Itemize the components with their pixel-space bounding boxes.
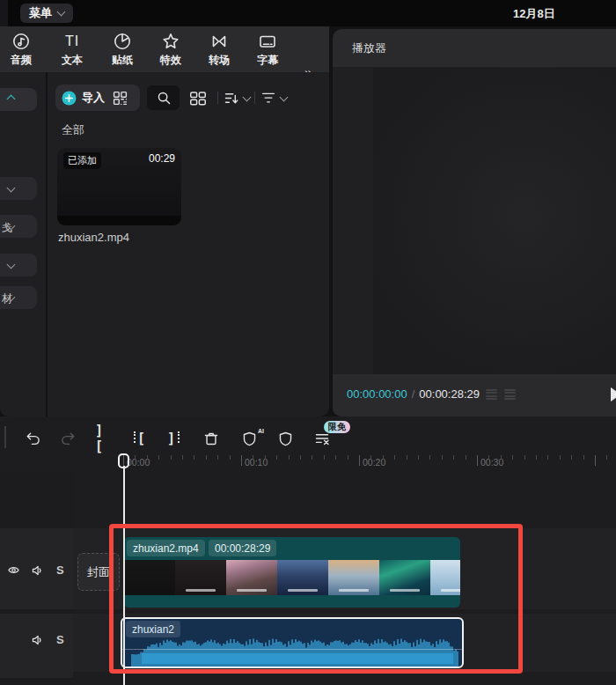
display-options[interactable]	[486, 389, 516, 400]
tab-sticker[interactable]: 贴纸	[99, 32, 145, 68]
lines-icon	[504, 389, 516, 400]
import-button-group[interactable]: 导入	[55, 85, 140, 111]
menu-label: 菜单	[29, 5, 52, 21]
added-badge: 已添加	[63, 152, 101, 169]
chevron-down-icon	[243, 92, 252, 101]
divider	[4, 426, 6, 448]
undo-icon	[25, 430, 42, 448]
delete-right-button[interactable]: ]	[165, 431, 183, 446]
grid-view-icon	[188, 89, 208, 107]
player-viewport	[333, 67, 616, 374]
shield-ai-icon	[241, 430, 258, 447]
delete-button[interactable]	[202, 430, 220, 447]
sidebar-item-2[interactable]	[0, 177, 37, 200]
mute-track-button[interactable]	[31, 634, 44, 646]
timecode: 00:00:00:00 / 00:00:28:29	[347, 387, 480, 401]
clip-filename: zhuxian2.mp4	[58, 231, 129, 244]
media-sidebar: 戋 材	[0, 72, 48, 416]
chevron-down-icon	[7, 261, 16, 269]
redo-button[interactable]	[59, 430, 77, 448]
limited-free-badge: 限免	[324, 421, 350, 433]
media-clip-card[interactable]: 已添加 00:29	[57, 148, 181, 225]
undo-button[interactable]	[25, 430, 42, 448]
video-frame	[373, 68, 616, 374]
timeline-section: ][ [ ] AI	[0, 416, 616, 685]
play-button[interactable]	[611, 387, 616, 401]
tab-text[interactable]: TI 文本	[49, 32, 95, 68]
delete-left-button[interactable]: [	[130, 431, 148, 446]
title-bar: 菜单 12月8日	[0, 0, 616, 26]
capcut-window: 菜单 12月8日 音频 TI 文本 贴纸 特效	[0, 0, 616, 685]
layout-view-button[interactable]	[188, 89, 208, 107]
audio-track-header: S	[0, 614, 73, 678]
redo-icon	[59, 430, 77, 448]
search-icon	[156, 90, 172, 106]
sidebar-item-5[interactable]: 材	[0, 286, 37, 309]
sort-button[interactable]	[223, 90, 250, 107]
sort-icon	[223, 90, 240, 107]
mute-track-button[interactable]	[31, 564, 44, 577]
asset-ribbon: 音频 TI 文本 贴纸 特效 转场 字幕	[0, 26, 329, 72]
speaker-icon	[31, 564, 44, 577]
player-panel: 播放器 00:00:00:00 / 00:00:28:29	[333, 29, 616, 416]
sidebar-item-4[interactable]	[0, 254, 37, 276]
chevron-down-icon	[280, 92, 289, 101]
player-controls-bar: 00:00:00:00 / 00:00:28:29	[333, 374, 616, 416]
split-icon: ][	[95, 423, 113, 454]
split-button[interactable]: ][	[95, 423, 113, 454]
chevron-up-icon	[7, 95, 16, 104]
video-track-header: S	[0, 528, 73, 609]
import-label: 导入	[82, 90, 105, 106]
timeline-toolbar: ][ [ ] AI	[25, 428, 331, 449]
ai-tag: AI	[258, 428, 264, 434]
filter-button[interactable]	[260, 90, 287, 107]
divider	[254, 92, 255, 104]
add-icon	[62, 91, 77, 106]
solo-track-button[interactable]: S	[56, 633, 64, 646]
window-edge	[0, 0, 8, 26]
clip-duration: 00:29	[149, 152, 175, 165]
divider	[217, 92, 218, 104]
annotation-highlight-box	[109, 524, 523, 674]
category-all-label[interactable]: 全部	[62, 122, 84, 138]
lines-icon	[486, 389, 497, 400]
filter-icon	[260, 90, 277, 107]
transition-icon	[209, 32, 229, 51]
solo-track-button[interactable]: S	[56, 563, 64, 577]
time-ruler[interactable]: 00:0000:1000:2000:30	[0, 453, 616, 473]
trash-icon	[202, 430, 220, 447]
menu-button[interactable]: 菜单	[20, 4, 73, 23]
chevron-down-icon	[7, 184, 16, 193]
chevron-down-icon	[57, 8, 66, 17]
tab-captions[interactable]: 字幕	[245, 32, 290, 68]
tab-transition[interactable]: 转场	[196, 32, 242, 68]
toggle-visibility-button[interactable]	[6, 563, 21, 577]
sticker-icon	[113, 32, 132, 51]
search-box[interactable]	[147, 85, 180, 110]
delete-left-icon: [	[132, 431, 146, 446]
qr-code-icon	[112, 90, 128, 107]
effects-icon	[161, 32, 180, 51]
tab-effects[interactable]: 特效	[148, 32, 194, 68]
speaker-icon	[31, 634, 44, 646]
sidebar-item-3[interactable]: 戋	[0, 215, 37, 238]
eye-icon	[6, 563, 21, 577]
tab-audio[interactable]: 音频	[0, 32, 44, 68]
shield-icon	[277, 430, 294, 447]
ai-matting-button[interactable]: AI	[240, 430, 258, 447]
captions-icon	[258, 32, 277, 51]
current-time: 00:00:00:00	[347, 387, 407, 401]
total-time: 00:00:28:29	[419, 387, 480, 401]
project-date: 12月8日	[513, 6, 555, 22]
mask-button[interactable]	[276, 430, 294, 447]
media-panel: 戋 材 导入	[0, 72, 329, 416]
text-icon: TI	[65, 32, 79, 51]
card-footer	[57, 216, 181, 225]
audio-icon	[11, 32, 31, 51]
sidebar-item-active[interactable]	[0, 88, 37, 111]
player-title: 播放器	[352, 41, 386, 56]
delete-right-icon: ]	[167, 431, 181, 446]
